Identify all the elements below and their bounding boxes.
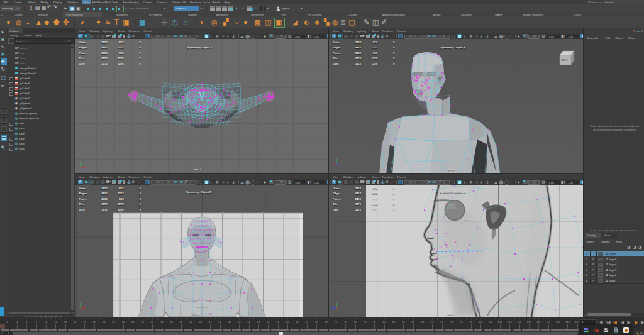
svg-text:BACK: BACK — [561, 59, 568, 62]
